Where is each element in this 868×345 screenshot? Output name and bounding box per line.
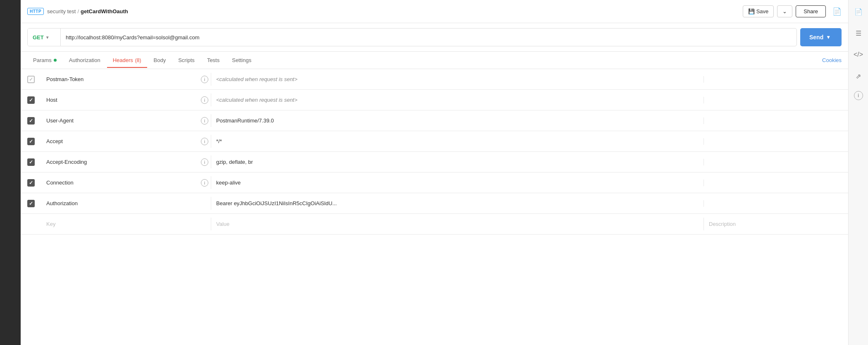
doc-icon[interactable]: 📄 <box>832 7 842 16</box>
header-key-2: User-Agent <box>41 114 198 127</box>
tab-settings-label: Settings <box>232 57 251 63</box>
header-desc-placeholder[interactable]: Description <box>703 218 848 230</box>
method-label: GET <box>33 34 44 41</box>
info-icon-2[interactable]: i <box>201 117 208 125</box>
breadcrumb-current: getCardWithOauth <box>81 8 128 14</box>
tab-headers[interactable]: Headers (8) <box>107 53 147 67</box>
tab-tests-label: Tests <box>207 57 219 63</box>
header-desc-6 <box>703 200 848 207</box>
tabs-bar: Params Authorization Headers (8) Body Sc… <box>21 52 848 69</box>
resize-icon[interactable]: ⇗ <box>852 69 865 83</box>
share-button[interactable]: Share <box>796 5 826 17</box>
cookies-link[interactable]: Cookies <box>822 57 842 63</box>
info-icon-0[interactable]: i <box>201 76 208 83</box>
doc-icon[interactable]: 📄 <box>852 5 865 18</box>
info-icon-4[interactable]: i <box>201 158 208 166</box>
col-info-2[interactable]: i <box>198 117 211 125</box>
col-info-0[interactable]: i <box>198 76 211 83</box>
send-button[interactable]: Send ▼ <box>800 28 842 46</box>
header-key-1: Host <box>41 93 198 106</box>
method-dropdown-icon: ▼ <box>45 35 50 40</box>
header-desc-4 <box>703 159 848 165</box>
col-info-1[interactable]: i <box>198 96 211 104</box>
header-value-5: keep-alive <box>211 176 703 189</box>
method-select[interactable]: GET ▼ <box>28 29 61 46</box>
tab-authorization[interactable]: Authorization <box>63 53 106 67</box>
col-check <box>21 158 41 166</box>
header-value-4: gzip, deflate, br <box>211 156 703 168</box>
header-checkbox-5[interactable] <box>27 179 35 187</box>
top-nav: HTTP security test / getCardWithOauth 💾 … <box>21 0 848 23</box>
tab-params[interactable]: Params <box>27 53 62 67</box>
breadcrumb-parent: security test <box>47 8 76 14</box>
table-row: Authorization Bearer eyJhbGciOiJSUzI1NiI… <box>21 193 848 214</box>
http-badge: HTTP <box>27 8 44 15</box>
breadcrumb: security test / getCardWithOauth <box>47 8 128 14</box>
table-row: Accept i */* <box>21 131 848 152</box>
info-icon-3[interactable]: i <box>201 138 208 145</box>
url-input[interactable] <box>61 29 796 46</box>
header-checkbox-2[interactable] <box>27 117 35 125</box>
col-check <box>21 76 41 83</box>
header-key-placeholder[interactable]: Key <box>41 218 198 230</box>
header-key-0: Postman-Token <box>41 73 198 86</box>
info-icon-5[interactable]: i <box>201 179 208 187</box>
table-row: User-Agent i PostmanRuntime/7.39.0 <box>21 110 848 131</box>
tab-settings[interactable]: Settings <box>226 53 257 67</box>
tab-params-label: Params <box>33 57 52 63</box>
col-check <box>21 179 41 187</box>
header-checkbox-3[interactable] <box>27 138 35 145</box>
left-sidebar <box>0 0 21 345</box>
col-check <box>21 138 41 145</box>
breadcrumb-separator: / <box>77 8 79 14</box>
header-key-6: Authorization <box>41 197 198 210</box>
tab-headers-badge: (8) <box>135 58 141 63</box>
main-content: HTTP security test / getCardWithOauth 💾 … <box>21 0 848 345</box>
tab-authorization-label: Authorization <box>69 57 100 63</box>
header-desc-5 <box>703 180 848 186</box>
comment-icon[interactable]: ☰ <box>852 26 865 40</box>
header-value-3: */* <box>211 135 703 148</box>
top-nav-right: 💾 Save ⌄ Share 📄 <box>743 5 842 17</box>
header-value-0: <calculated when request is sent> <box>211 73 703 86</box>
save-label: Save <box>756 8 769 14</box>
header-value-6: Bearer eyJhbGciOiJSUzI1NiIsInR5cCIgOiAiS… <box>211 197 703 210</box>
col-check <box>21 117 41 125</box>
tab-body[interactable]: Body <box>148 53 172 67</box>
info-circle-icon[interactable]: i <box>854 91 863 100</box>
header-desc-1 <box>703 97 848 103</box>
col-check <box>21 200 41 207</box>
header-checkbox-6[interactable] <box>27 200 35 207</box>
header-desc-0 <box>703 76 848 83</box>
header-desc-2 <box>703 117 848 124</box>
url-bar-area: GET ▼ Send ▼ <box>21 23 848 52</box>
header-checkbox-1[interactable] <box>27 96 35 104</box>
info-icon-1[interactable]: i <box>201 96 208 104</box>
tab-headers-label: Headers <box>113 57 133 63</box>
params-dot <box>54 59 57 62</box>
header-value-placeholder[interactable]: Value <box>211 218 703 230</box>
header-key-4: Accept-Encoding <box>41 156 198 168</box>
tab-tests[interactable]: Tests <box>201 53 225 67</box>
header-desc-3 <box>703 138 848 145</box>
col-info-5[interactable]: i <box>198 179 211 187</box>
code-icon[interactable]: </> <box>852 48 865 61</box>
tab-body-label: Body <box>154 57 166 63</box>
col-info-3[interactable]: i <box>198 138 211 145</box>
table-row: Connection i keep-alive <box>21 172 848 193</box>
save-button[interactable]: 💾 Save <box>743 5 774 17</box>
url-input-wrapper: GET ▼ <box>27 28 797 46</box>
right-sidebar: 📄 ☰ </> ⇗ i <box>848 0 868 345</box>
header-value-1: <calculated when request is sent> <box>211 93 703 106</box>
header-checkbox-4[interactable] <box>27 158 35 166</box>
table-row: Host i <calculated when request is sent> <box>21 90 848 110</box>
header-checkbox-0[interactable] <box>27 76 35 83</box>
col-info-4[interactable]: i <box>198 158 211 166</box>
tab-scripts[interactable]: Scripts <box>172 53 200 67</box>
save-dropdown-button[interactable]: ⌄ <box>777 5 792 17</box>
header-key-5: Connection <box>41 176 198 189</box>
send-label: Send <box>809 34 823 41</box>
table-row: Accept-Encoding i gzip, deflate, br <box>21 152 848 172</box>
table-row: Postman-Token i <calculated when request… <box>21 69 848 90</box>
placeholder-row: Key Value Description <box>21 214 848 235</box>
